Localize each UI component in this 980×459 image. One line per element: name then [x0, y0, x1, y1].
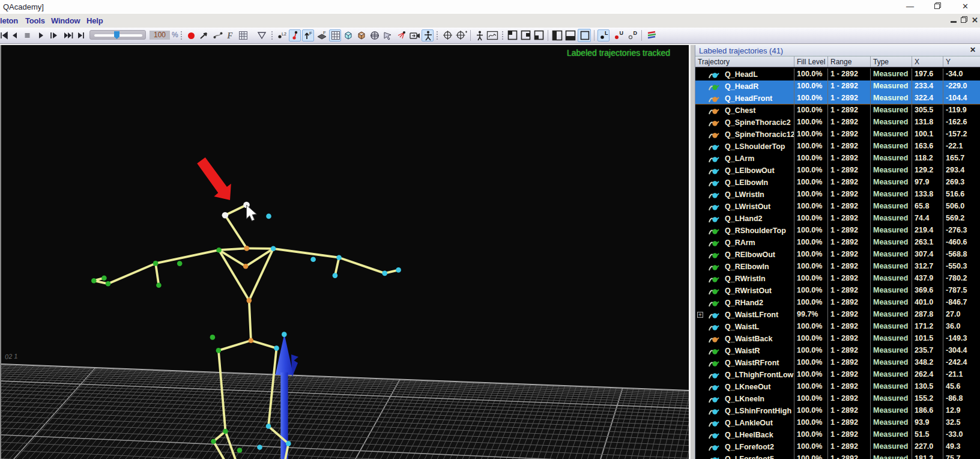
- svg-text:F: F: [309, 31, 312, 36]
- svg-text:F: F: [323, 30, 326, 35]
- svg-text:L: L: [605, 30, 608, 36]
- svg-text:D: D: [634, 30, 638, 36]
- svg-text:U: U: [620, 30, 624, 36]
- svg-text:L2: L2: [282, 32, 286, 36]
